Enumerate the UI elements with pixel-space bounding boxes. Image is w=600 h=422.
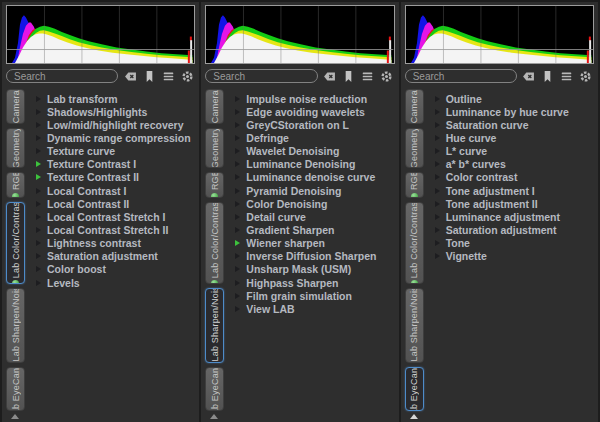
module-item[interactable]: a* b* curves	[428, 158, 598, 171]
module-item[interactable]: Lightness contrast	[29, 237, 199, 250]
clear-search-icon[interactable]	[522, 69, 536, 83]
module-item[interactable]: Hue curve	[428, 131, 598, 144]
tab-lab-eyecandy[interactable]: Lab EyeCandy	[205, 367, 224, 411]
bookmark-icon[interactable]	[342, 69, 356, 83]
tab-label: Lab Color/Contrast	[210, 202, 220, 278]
expander-triangle-icon	[235, 240, 240, 246]
module-item[interactable]: Wavelet Denoising	[228, 145, 398, 158]
module-list: Outline Luminance by hue curve Saturatio…	[428, 86, 598, 422]
module-item[interactable]: Low/mid/highlight recovery	[29, 118, 199, 131]
tab-rgb[interactable]: RGB	[405, 172, 424, 198]
tab-lab-eyecandy[interactable]: Lab EyeCandy	[6, 367, 25, 411]
module-item[interactable]: Highpass Sharpen	[228, 276, 398, 289]
module-item[interactable]: Color boost	[29, 263, 199, 276]
module-item[interactable]: Saturation curve	[428, 118, 598, 131]
tab-lab-color-contrast[interactable]: Lab Color/Contrast	[205, 202, 224, 284]
search-input[interactable]	[6, 69, 118, 83]
module-item[interactable]: Luminance adjustment	[428, 210, 598, 223]
module-item-label: Gradient Sharpen	[246, 224, 334, 236]
module-item[interactable]: Texture curve	[29, 145, 199, 158]
bookmark-icon[interactable]	[541, 69, 555, 83]
settings-gear-icon[interactable]	[579, 69, 593, 83]
tab-camera[interactable]: Camera	[405, 89, 424, 124]
module-item[interactable]: Inverse Diffusion Sharpen	[228, 250, 398, 263]
module-item[interactable]: Tone adjustment I	[428, 184, 598, 197]
tab-lab-sharpen-noise[interactable]: Lab Sharpen/Noise	[405, 288, 424, 363]
tab-geometry[interactable]: Geometry	[205, 128, 224, 168]
module-item[interactable]: Unsharp Mask (USM)	[228, 263, 398, 276]
tab-lab-sharpen-noise[interactable]: Lab Sharpen/Noise	[6, 288, 25, 363]
module-item[interactable]: Shadows/Highlights	[29, 105, 199, 118]
module-item[interactable]: Luminance by hue curve	[428, 105, 598, 118]
scroll-up-arrow-icon[interactable]	[210, 414, 218, 419]
tab-lab-color-contrast[interactable]: Lab Color/Contrast	[405, 202, 424, 284]
module-item-label: Shadows/Highlights	[47, 106, 147, 118]
tab-lab-sharpen-noise[interactable]: Lab Sharpen/Noise	[205, 288, 224, 363]
clear-search-icon[interactable]	[323, 69, 337, 83]
clear-search-icon[interactable]	[123, 69, 137, 83]
panel-content: Camera Geometry RGB Lab Color/Contrast L…	[201, 86, 398, 422]
menu-icon[interactable]	[560, 69, 574, 83]
module-item[interactable]: Saturation adjustment	[29, 250, 199, 263]
module-item-label: Luminance denoise curve	[246, 171, 375, 183]
menu-icon[interactable]	[161, 69, 175, 83]
search-input[interactable]	[205, 69, 317, 83]
expander-triangle-icon	[235, 306, 240, 312]
tab-rgb[interactable]: RGB	[205, 172, 224, 198]
module-item[interactable]: View LAB	[228, 302, 398, 315]
module-item[interactable]: Local Contrast I	[29, 184, 199, 197]
module-item[interactable]: Local Contrast Stretch II	[29, 223, 199, 236]
module-item-label: Wavelet Denoising	[246, 145, 339, 157]
module-item[interactable]: Levels	[29, 276, 199, 289]
module-item[interactable]: Detail curve	[228, 210, 398, 223]
module-item[interactable]: Color contrast	[428, 171, 598, 184]
module-item[interactable]: Local Contrast Stretch I	[29, 210, 199, 223]
tab-camera[interactable]: Camera	[205, 89, 224, 124]
module-item-label: Tone adjustment II	[446, 198, 538, 210]
module-item[interactable]: Wiener sharpen	[228, 237, 398, 250]
module-item-label: Saturation curve	[446, 119, 529, 131]
menu-icon[interactable]	[361, 69, 375, 83]
expander-triangle-icon	[235, 148, 240, 154]
module-item[interactable]: Vignette	[428, 250, 598, 263]
module-item[interactable]: L* curve	[428, 145, 598, 158]
expander-triangle-icon	[235, 161, 240, 167]
module-item[interactable]: Luminance denoise curve	[228, 171, 398, 184]
expander-triangle-icon	[235, 96, 240, 102]
module-item[interactable]: Pyramid Denoising	[228, 184, 398, 197]
tab-camera[interactable]: Camera	[6, 89, 25, 124]
module-item[interactable]: Edge avoiding wavelets	[228, 105, 398, 118]
module-item[interactable]: Luminance Denoising	[228, 158, 398, 171]
module-item[interactable]: Dynamic range compression	[29, 131, 199, 144]
tab-rgb[interactable]: RGB	[6, 172, 25, 198]
tab-geometry[interactable]: Geometry	[6, 128, 25, 168]
module-item[interactable]: Outline	[428, 92, 598, 105]
scroll-up-arrow-icon[interactable]	[410, 414, 418, 419]
module-item[interactable]: Tone adjustment II	[428, 197, 598, 210]
tab-label: Lab EyeCandy	[210, 367, 220, 411]
module-item[interactable]: Texture Contrast II	[29, 171, 199, 184]
module-item[interactable]: Texture Contrast I	[29, 158, 199, 171]
module-item-label: View LAB	[246, 303, 294, 315]
settings-gear-icon[interactable]	[180, 69, 194, 83]
module-item[interactable]: Impulse noise reduction	[228, 92, 398, 105]
module-item[interactable]: Gradient Sharpen	[228, 223, 398, 236]
enabled-dot-icon	[411, 193, 418, 198]
module-item[interactable]: Film grain simulation	[228, 289, 398, 302]
settings-gear-icon[interactable]	[380, 69, 394, 83]
expander-triangle-icon	[235, 201, 240, 207]
module-item[interactable]: Lab transform	[29, 92, 199, 105]
tab-geometry[interactable]: Geometry	[405, 128, 424, 168]
expander-triangle-icon	[36, 161, 41, 167]
tab-lab-eyecandy[interactable]: Lab EyeCandy	[405, 367, 424, 411]
module-item[interactable]: Defringe	[228, 131, 398, 144]
module-item[interactable]: Color Denoising	[228, 197, 398, 210]
module-item[interactable]: GreyCStoration on L	[228, 118, 398, 131]
module-item[interactable]: Local Contrast II	[29, 197, 199, 210]
search-input[interactable]	[405, 69, 517, 83]
module-item[interactable]: Tone	[428, 237, 598, 250]
scroll-up-arrow-icon[interactable]	[11, 414, 19, 419]
tab-lab-color-contrast[interactable]: Lab Color/Contrast	[6, 202, 25, 284]
module-item[interactable]: Saturation adjustment	[428, 223, 598, 236]
bookmark-icon[interactable]	[142, 69, 156, 83]
